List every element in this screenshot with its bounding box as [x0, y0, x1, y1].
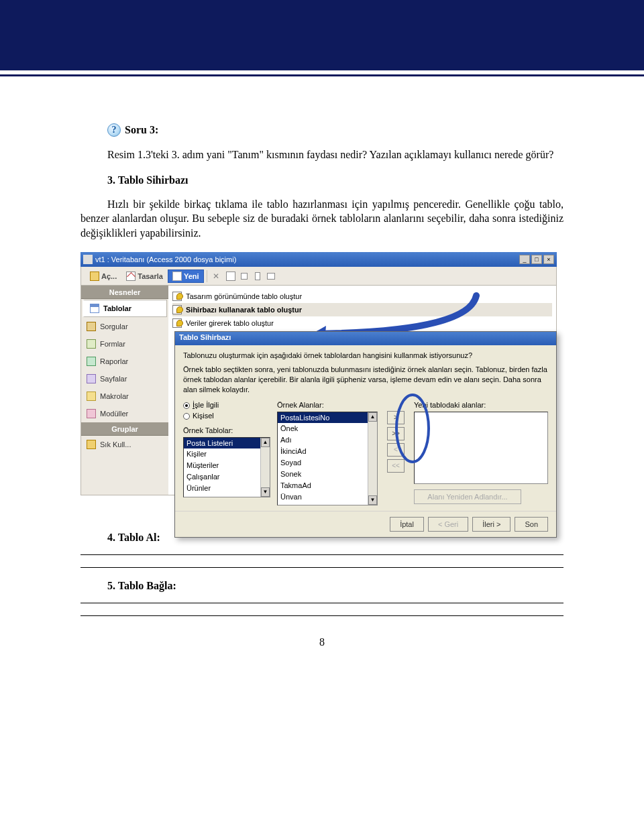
wizard-icon: [172, 305, 182, 314]
list-item[interactable]: İkinciAd: [278, 446, 377, 457]
section-3-body: Hızlı bir şekilde birkaç tıklama ile tab…: [80, 197, 564, 241]
list-item[interactable]: Adı: [278, 434, 377, 446]
sidebar-modules[interactable]: Modüller: [81, 405, 168, 422]
pages-icon: [87, 374, 96, 383]
wizard-footer: İptal < Geri İleri > Son: [175, 511, 556, 537]
tables-icon: [90, 304, 99, 313]
back-button[interactable]: < Geri: [428, 517, 468, 532]
sample-tables-label: Örnek Tablolar:: [183, 426, 270, 436]
list-item[interactable]: Soyad: [278, 457, 377, 469]
view-list-icon[interactable]: [252, 270, 264, 282]
wizard-hint: Örnek tablo seçtikten sonra, yeni tablon…: [183, 365, 548, 395]
window-max-button[interactable]: □: [531, 255, 542, 264]
design-icon: [126, 272, 136, 281]
question-label: Soru 3:: [125, 124, 158, 136]
db-title-icon: [83, 255, 93, 264]
rename-field-button[interactable]: Alanı Yeniden Adlandır...: [414, 489, 521, 504]
blank-line: [80, 567, 564, 568]
access-screenshot: vt1 : Veritabanı (Access 2000 dosya biçi…: [80, 252, 557, 495]
cancel-button[interactable]: İptal: [390, 517, 424, 532]
scrollbar[interactable]: ▲▼: [368, 412, 377, 505]
main-row-design[interactable]: Tasarım görünümünde tablo oluştur: [172, 290, 552, 303]
radio-personal[interactable]: Kişisel: [183, 411, 270, 422]
question-row: ? Soru 3:: [107, 123, 564, 137]
modules-icon: [87, 409, 96, 418]
new-fields-list[interactable]: [414, 412, 548, 484]
sample-fields-list[interactable]: PostaListesiNo Önek Adı İkinciAd Soyad S…: [277, 412, 378, 505]
view-small-icon[interactable]: [238, 270, 250, 282]
favorites-icon: [87, 440, 96, 449]
table-wizard-dialog: Tablo Sihirbazı Tablonuzu oluşturmak içi…: [174, 331, 557, 537]
remove-all-button[interactable]: <<: [387, 459, 405, 473]
main-row-data[interactable]: Veriler girerek tablo oluştur: [172, 316, 552, 330]
remove-one-button[interactable]: <: [387, 443, 405, 457]
new-fields-label: Yeni tablodaki alanlar:: [414, 400, 548, 410]
question-text: Resim 1.3'teki 3. adım yani "Tanım" kısm…: [80, 147, 564, 162]
list-item[interactable]: Çalışanlar: [184, 471, 270, 483]
window-min-button[interactable]: _: [519, 255, 530, 264]
list-item[interactable]: Sonek: [278, 469, 377, 480]
delete-button[interactable]: ✕: [210, 270, 222, 282]
sidebar-queries[interactable]: Sorgular: [81, 318, 168, 335]
sample-tables-list[interactable]: Posta Listeleri Kişiler Müşteriler Çalış…: [183, 437, 270, 497]
open-button[interactable]: Aç...: [85, 269, 121, 283]
queries-icon: [87, 322, 96, 331]
db-sidebar: Nesneler Tablolar Sorgular Formlar Rapor…: [81, 286, 168, 495]
blank-line: [80, 603, 564, 603]
db-window-titlebar: vt1 : Veritabanı (Access 2000 dosya biçi…: [80, 252, 557, 267]
wizard-intro: Tablonuzu oluşturmak için aşağıdaki örne…: [183, 351, 548, 361]
sidebar-groups-header: Gruplar: [81, 422, 168, 436]
list-item[interactable]: TakmaAd: [278, 480, 377, 491]
blank-line: [80, 615, 564, 616]
list-item[interactable]: Posta Listeleri: [184, 438, 270, 449]
list-item[interactable]: PostaListesiNo: [278, 412, 377, 424]
new-button[interactable]: Yeni: [168, 269, 204, 283]
db-window-title: vt1 : Veritabanı (Access 2000 dosya biçi…: [95, 255, 236, 263]
sidebar-forms[interactable]: Formlar: [81, 335, 168, 353]
wizard-title: Tablo Sihirbazı: [175, 332, 556, 345]
next-button[interactable]: İleri >: [472, 517, 511, 532]
reports-icon: [87, 357, 96, 366]
radio-business[interactable]: İşle İlgili: [183, 400, 270, 411]
wizard-icon: [172, 318, 182, 328]
sidebar-pages[interactable]: Sayfalar: [81, 370, 168, 387]
sidebar-objects-header: Nesneler: [81, 286, 168, 299]
sidebar-macros[interactable]: Makrolar: [81, 387, 168, 405]
list-item[interactable]: Siparişler: [184, 494, 270, 497]
sidebar-favorites[interactable]: Sık Kull...: [81, 436, 168, 453]
view-large-icon[interactable]: [225, 270, 237, 282]
wizard-icon: [172, 292, 182, 301]
sample-fields-label: Örnek Alanlar:: [277, 400, 378, 410]
question-icon: ?: [107, 123, 121, 137]
list-item[interactable]: Ürünler: [184, 483, 270, 494]
list-item[interactable]: Müşteriler: [184, 460, 270, 471]
main-row-wizard[interactable]: Sihirbazı kullanarak tablo oluştur: [172, 303, 552, 316]
db-toolbar: Aç... Tasarla Yeni ✕: [80, 267, 557, 286]
list-item[interactable]: Ünvan: [278, 491, 377, 503]
header-band: [0, 0, 644, 70]
wizard-radios: İşle İlgili Kişisel: [183, 400, 270, 422]
add-one-button[interactable]: >: [387, 411, 405, 424]
view-details-icon[interactable]: [265, 270, 277, 282]
section-3-heading: 3. Tablo Sihirbazı: [107, 174, 564, 186]
list-item[interactable]: Önek: [278, 423, 377, 434]
window-close-button[interactable]: ×: [543, 255, 554, 264]
blank-line: [80, 554, 564, 555]
list-item[interactable]: KuruluşAdı: [278, 502, 377, 505]
forms-icon: [87, 339, 96, 349]
macros-icon: [87, 392, 96, 401]
scrollbar[interactable]: ▲▼: [260, 438, 270, 497]
design-button[interactable]: Tasarla: [121, 269, 168, 283]
page-number: 8: [80, 636, 564, 648]
sidebar-reports[interactable]: Raporlar: [81, 353, 168, 370]
new-icon: [172, 272, 182, 281]
sidebar-tables[interactable]: Tablolar: [83, 300, 167, 317]
add-all-button[interactable]: >>: [387, 427, 405, 440]
transfer-buttons: > >> < <<: [384, 400, 407, 505]
finish-button[interactable]: Son: [515, 517, 548, 532]
list-item[interactable]: Kişiler: [184, 448, 270, 460]
section-5-heading: 5. Tablo Bağla:: [107, 580, 564, 592]
open-icon: [90, 272, 99, 281]
toolbar-separator: [207, 270, 207, 282]
